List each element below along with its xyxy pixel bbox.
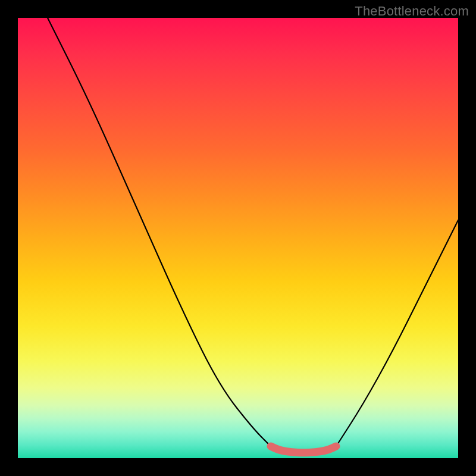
chart-plot-area <box>18 18 458 458</box>
valley-highlight-segment <box>271 446 336 453</box>
app-frame: TheBottleneck.com <box>0 0 476 476</box>
chart-svg <box>18 18 458 458</box>
bottleneck-curve <box>48 18 458 453</box>
watermark-text: TheBottleneck.com <box>355 4 469 19</box>
